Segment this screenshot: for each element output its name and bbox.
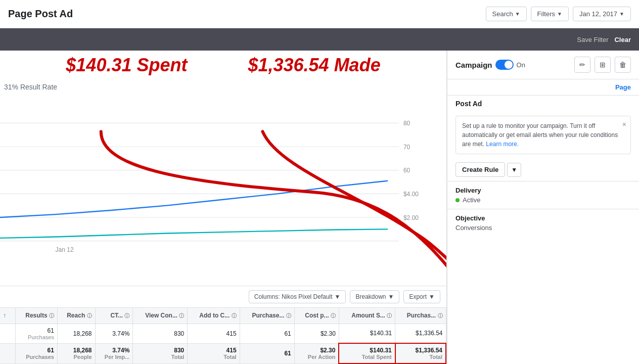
- search-label: Search: [492, 10, 513, 18]
- col-cost-per[interactable]: Cost p... ⓘ: [294, 308, 339, 324]
- cell-total-add-to-cart: 415 Total: [188, 343, 240, 363]
- cell-cost-per: $2.30: [294, 324, 339, 343]
- table-total-row: 61 Purchases 18,268 People 3.74% Per Imp…: [0, 343, 446, 363]
- delivery-label: Delivery: [455, 187, 631, 194]
- col-purchase-value[interactable]: Purchas... ⓘ: [395, 308, 446, 324]
- header: Page Post Ad Search ▼ Filters ▼ Jan 12, …: [0, 0, 639, 28]
- svg-text:60: 60: [403, 167, 410, 174]
- header-controls: Search ▼ Filters ▼ Jan 12, 2017 ▼: [486, 7, 631, 21]
- col-ctr[interactable]: CT... ⓘ: [95, 308, 133, 324]
- cell-reach: 18,268: [57, 324, 95, 343]
- clear-filter-button[interactable]: Clear: [614, 36, 631, 43]
- col-amount-spent[interactable]: Amount S... ⓘ: [339, 308, 395, 324]
- stat-spent: $140.31 Spent: [66, 55, 187, 76]
- chevron-down-icon: ▼: [557, 11, 562, 17]
- toggle-on-label: On: [517, 61, 525, 69]
- cell-total-cost-per: $2.30 Per Action: [294, 343, 339, 363]
- result-rate: 31% Result Rate: [4, 83, 57, 91]
- info-icon[interactable]: ⓘ: [124, 313, 129, 318]
- objective-value: Conversions: [455, 224, 631, 232]
- add-button[interactable]: ⊞: [595, 57, 611, 73]
- svg-text:$4.00: $4.00: [403, 191, 419, 198]
- date-button[interactable]: Jan 12, 2017 ▼: [573, 7, 631, 21]
- stat-made: $1,336.54 Made: [248, 55, 380, 76]
- info-icon[interactable]: ⓘ: [286, 313, 291, 318]
- campaign-label: Campaign: [455, 61, 492, 69]
- chevron-down-icon: ▼: [388, 293, 394, 300]
- cell-add-to-cart: 415: [188, 324, 240, 343]
- chevron-down-icon: ▼: [515, 11, 520, 17]
- columns-label: Columns: Nikos Pixel Default: [254, 293, 333, 300]
- cell-total-ctr: 3.74% Per Imp...: [95, 343, 133, 363]
- col-results[interactable]: Results ⓘ: [15, 308, 57, 324]
- breakdown-button[interactable]: Breakdown ▼: [350, 290, 399, 303]
- cell-total-purchases: 61: [240, 343, 294, 363]
- campaign-toggle[interactable]: [495, 60, 514, 70]
- cell-total-results: 61 Purchases: [15, 343, 57, 363]
- col-reach[interactable]: Reach ⓘ: [57, 308, 95, 324]
- filters-button[interactable]: Filters ▼: [531, 7, 569, 21]
- cell-total-purchase-value: $1,336.54 Total: [395, 343, 446, 363]
- info-icon[interactable]: ⓘ: [232, 313, 237, 318]
- campaign-header: Campaign On ✏ ⊞ 🗑: [447, 51, 639, 79]
- col-sort[interactable]: ↑: [0, 308, 15, 324]
- edit-button[interactable]: ✏: [574, 57, 590, 73]
- page-link[interactable]: Page: [447, 79, 639, 96]
- info-icon[interactable]: ⓘ: [331, 313, 336, 318]
- table-controls: Columns: Nikos Pixel Default ▼ Breakdown…: [0, 286, 446, 308]
- breakdown-label: Breakdown: [355, 293, 386, 300]
- active-dot: [455, 198, 460, 202]
- chevron-down-icon: ▼: [619, 11, 624, 17]
- cell-total-reach: 18,268 People: [57, 343, 95, 363]
- cell-amount-spent: $140.31: [339, 324, 395, 343]
- cell-ctr: 3.74%: [95, 324, 133, 343]
- svg-text:80: 80: [403, 120, 410, 127]
- delivery-status: Active: [455, 196, 631, 204]
- chart-area: $140.31 Spent $1,336.54 Made 31% Result …: [0, 51, 447, 364]
- svg-text:70: 70: [403, 143, 410, 150]
- close-alert-button[interactable]: ×: [622, 120, 626, 128]
- stats-overlay: $140.31 Spent $1,336.54 Made: [0, 55, 446, 76]
- cell-total-sort: [0, 343, 15, 363]
- chevron-down-icon: ▼: [335, 293, 341, 300]
- line-chart: 80 70 60 $4.00 $2.00 Jan 12: [0, 111, 421, 253]
- svg-text:Jan 12: Jan 12: [56, 246, 74, 253]
- info-icon[interactable]: ⓘ: [387, 313, 392, 318]
- table-row: 61 Purchases 18,268 3.74% 830 415 61 $2.…: [0, 324, 446, 343]
- col-add-to-cart[interactable]: Add to C... ⓘ: [188, 308, 240, 324]
- chevron-down-icon: ▼: [429, 293, 435, 300]
- rule-alert: × Set up a rule to monitor your campaign…: [455, 116, 631, 154]
- export-label: Export: [409, 293, 427, 300]
- info-icon[interactable]: ⓘ: [49, 313, 54, 318]
- info-icon[interactable]: ⓘ: [179, 313, 184, 318]
- learn-more-link[interactable]: Learn more.: [486, 141, 519, 148]
- objective-section: Objective Conversions: [447, 209, 639, 237]
- info-icon[interactable]: ⓘ: [87, 313, 92, 318]
- filter-bar: Save Filter Clear: [0, 28, 639, 51]
- save-filter-link[interactable]: Save Filter: [577, 36, 608, 43]
- toggle-wrap: Campaign On: [455, 60, 525, 70]
- data-table: ↑ Results ⓘ Reach ⓘ CT... ⓘ View Con... …: [0, 308, 446, 365]
- cell-sort: [0, 324, 15, 343]
- info-icon[interactable]: ⓘ: [438, 313, 443, 318]
- col-view-con[interactable]: View Con... ⓘ: [133, 308, 188, 324]
- create-rule-chevron[interactable]: ▼: [507, 163, 521, 177]
- cell-purchase-value: $1,336.54: [395, 324, 446, 343]
- page-title: Page Post Ad: [8, 8, 73, 20]
- date-label: Jan 12, 2017: [579, 10, 617, 18]
- col-purchases[interactable]: Purchase... ⓘ: [240, 308, 294, 324]
- right-panel: Campaign On ✏ ⊞ 🗑 Page Post Ad × Set up …: [447, 51, 639, 364]
- export-button[interactable]: Export ▼: [403, 290, 440, 303]
- ad-name: Post Ad: [447, 96, 639, 112]
- columns-button[interactable]: Columns: Nikos Pixel Default ▼: [249, 290, 346, 303]
- delivery-status-text: Active: [463, 196, 480, 204]
- cell-results: 61 Purchases: [15, 324, 57, 343]
- create-rule-button[interactable]: Create Rule: [455, 162, 505, 177]
- objective-label: Objective: [455, 214, 631, 222]
- table-area: Columns: Nikos Pixel Default ▼ Breakdown…: [0, 286, 446, 365]
- search-button[interactable]: Search ▼: [486, 7, 527, 21]
- sort-icon: ↑: [3, 312, 6, 319]
- delivery-section: Delivery Active: [447, 181, 639, 209]
- delete-button[interactable]: 🗑: [615, 57, 631, 73]
- panel-icons: ✏ ⊞ 🗑: [574, 57, 631, 73]
